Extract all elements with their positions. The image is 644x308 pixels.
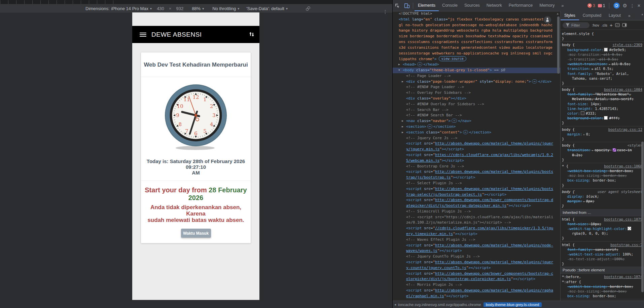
dom-tree-line[interactable]: <script src="//cdnjs.cloudflare.com/ajax… bbox=[393, 226, 560, 231]
dom-tree-line[interactable]: <script src="http://absen.deweapp.com/bo… bbox=[393, 271, 560, 277]
css-property[interactable]: font-family: 'Roboto', Arial, bbox=[562, 71, 644, 76]
css-property[interactable]: -moz-box-sizing: border-box; bbox=[562, 173, 644, 178]
css-property[interactable]: background-color:#fff; bbox=[562, 116, 644, 120]
issues-badge[interactable]: 1 bbox=[598, 3, 605, 8]
breadcrumb-ancestor[interactable]: ioncache.svg.inlinesvg.smil.svgclippaths… bbox=[398, 303, 481, 307]
css-property[interactable]: font-size: 10px; bbox=[562, 222, 644, 226]
style-source-link[interactable]: bootstrap.css:12 bbox=[608, 127, 642, 132]
elements-scrollbar[interactable]: ▲ bbox=[557, 11, 560, 301]
style-rule[interactable]: bootstrap.css:1084body {font-family: "He… bbox=[561, 86, 644, 126]
styles-more-tabs-icon[interactable]: » bbox=[624, 11, 634, 20]
css-property[interactable]: -webkit-transition:▸all 0.5s; bbox=[562, 62, 644, 66]
zoom-select[interactable]: 88% bbox=[192, 6, 201, 11]
tab-console[interactable]: Console bbox=[439, 0, 461, 10]
dom-tree-line[interactable]: <div class="overlay"></div> bbox=[393, 96, 560, 102]
dom-tree-line[interactable]: ze/0.100.2/js/materialize.min.js"></scri… bbox=[393, 220, 560, 226]
rule-selector[interactable]: bootstrap.css:1068* { bbox=[562, 164, 644, 168]
collapsed-children-icon[interactable]: ⋯ bbox=[417, 62, 422, 66]
device-posture-icon[interactable] bbox=[613, 2, 620, 9]
style-source-link[interactable]: <style> bbox=[628, 143, 642, 148]
tab-elements[interactable]: Elements bbox=[415, 0, 439, 11]
zoom-caret-icon[interactable]: ▾ bbox=[202, 7, 204, 10]
dom-tree-line[interactable]: 5/webcam.min.js"></script> bbox=[393, 158, 560, 164]
tab-performance[interactable]: Performance bbox=[505, 0, 536, 10]
sidebar-tab-styles[interactable]: Styles bbox=[561, 11, 579, 20]
style-rule[interactable]: user agent stylesheetbody {display: bloc… bbox=[561, 189, 644, 209]
dom-tree-line[interactable]: <!-- Select Plugin Js --> bbox=[393, 181, 560, 186]
css-property[interactable]: line-height: 1.42857143; bbox=[562, 106, 644, 111]
dom-tree-line[interactable]: y-countto/jquery.countTo.js"></script> bbox=[393, 265, 560, 271]
dom-tree-line[interactable]: <!-- Bootstrap Core Js --> bbox=[393, 164, 560, 169]
device-toolbar-menu-icon[interactable]: ⋮ bbox=[383, 9, 388, 14]
dom-tree-line[interactable]: trap-select/js/bootstrap-select.js"></sc… bbox=[393, 192, 560, 198]
css-property[interactable]: box-sizing: border-box; bbox=[562, 294, 644, 298]
css-property[interactable]: background-color:#e9e9e9; bbox=[562, 47, 644, 52]
throttling-select[interactable]: No throttling bbox=[212, 6, 236, 11]
dom-tree-line[interactable]: ▶<section>⋯</section> bbox=[393, 124, 560, 130]
style-rule[interactable]: bootstrap.css:7html {font-family: sans-s… bbox=[561, 242, 644, 267]
rule-selector[interactable]: bootstrap.css:1079html { bbox=[562, 217, 644, 222]
css-property-wrap[interactable]: Helvetica, Arial, sans-serif; bbox=[562, 97, 644, 101]
rule-selector[interactable]: style.css:2369body { bbox=[562, 42, 644, 47]
dom-tree-line[interactable]: y/jquery.min.js"></script> bbox=[393, 147, 560, 152]
more-tabs-icon[interactable]: » bbox=[558, 0, 567, 11]
style-rule[interactable]: bootstrap.css:1079html {font-size: 10px;… bbox=[561, 216, 644, 242]
expand-arrow-icon[interactable]: ▶ bbox=[402, 124, 403, 130]
css-property-wrap[interactable]: 0.2s; bbox=[562, 153, 644, 157]
dom-tree-line[interactable]: waves/waves.js"></script> bbox=[393, 248, 560, 254]
dom-tree-line[interactable]: hange history draganddrop websockets rgb… bbox=[393, 28, 560, 34]
dom-tree-line[interactable]: <script src="https://cdnjs.cloudflare.co… bbox=[393, 152, 560, 158]
dom-tree-line[interactable]: <!-- Jquery Core Js --> bbox=[393, 136, 560, 141]
style-source-link[interactable]: user agent stylesheet bbox=[598, 189, 642, 194]
save-data-select[interactable]: 'Save-Data': default bbox=[246, 6, 284, 11]
dom-tree-line[interactable]: ▶<head>⋯</head> bbox=[393, 62, 560, 68]
css-property[interactable]: transition:▸opacity ease-in bbox=[562, 148, 644, 152]
css-property[interactable]: -webkit-text-size-adjust: 100%; bbox=[562, 252, 644, 257]
tab-network[interactable]: Network bbox=[483, 0, 505, 10]
dom-tree-line[interactable]: <!-- #END# Page Loader --> bbox=[393, 84, 560, 90]
styles-filter-input[interactable]: Filter bbox=[563, 22, 589, 28]
dom-tree-line[interactable]: gl no-touch geolocation postmessage no-w… bbox=[393, 23, 560, 28]
swap-vertical-icon[interactable] bbox=[249, 31, 255, 39]
dom-tree-line[interactable]: <script src="http://absen.deweapp.com/ma… bbox=[393, 243, 560, 248]
styles-scrollbar[interactable]: ▲ bbox=[641, 11, 644, 301]
style-source-link[interactable]: bootstrap.css:7 bbox=[610, 242, 642, 247]
css-property[interactable]: -webkit-tap-highlight-color: bbox=[562, 226, 644, 231]
style-rule[interactable]: bootstrap.css:1074*:before,*:after {-web… bbox=[561, 274, 644, 299]
sidebar-tab-layout[interactable]: Layout bbox=[605, 11, 624, 20]
color-swatch[interactable] bbox=[628, 227, 631, 230]
dom-tree-line[interactable]: <script src="http://absen.deweapp.com/ma… bbox=[393, 288, 560, 294]
dom-tree-line[interactable]: atepicker/dist/js/bootstrap-datepicker.m… bbox=[393, 203, 560, 209]
dom-tree-line[interactable]: sessionstorage webworkers no-application… bbox=[393, 51, 560, 56]
dom-tree-line[interactable]: <script src="http://absen.deweapp.com/ma… bbox=[393, 186, 560, 192]
dom-tree-line[interactable]: el/raphael.min.js"></script> bbox=[393, 294, 560, 299]
new-style-rule-button[interactable]: + bbox=[610, 22, 613, 28]
css-property[interactable]: box-sizing: border-box; bbox=[562, 178, 644, 183]
throttling-caret-icon[interactable]: ▾ bbox=[238, 7, 239, 10]
style-source-link[interactable]: bootstrap.css:1079 bbox=[604, 217, 642, 222]
expand-arrow-icon[interactable]: ▶ bbox=[402, 130, 403, 136]
dom-tree-line[interactable]: <!DOCTYPE html> bbox=[393, 11, 560, 17]
collapsed-children-icon[interactable]: ⋯ bbox=[452, 119, 457, 123]
dom-tree-line[interactable]: <html lang="en" class="js flexbox flexbo… bbox=[393, 17, 560, 23]
css-property[interactable]: -webkit-box-sizing: border-box; bbox=[562, 284, 644, 289]
save-data-caret-icon[interactable]: ▾ bbox=[286, 7, 288, 10]
viewport-height-input[interactable]: 932 bbox=[176, 6, 183, 11]
css-property[interactable]: -ms-text-size-adjust: 100%; bbox=[562, 257, 644, 261]
scroll-up-icon[interactable]: ▲ bbox=[557, 12, 559, 15]
collapsed-children-icon[interactable]: ⋯ bbox=[427, 124, 432, 128]
collapsed-children-icon[interactable]: ⋯ bbox=[532, 79, 537, 83]
color-swatch[interactable] bbox=[604, 116, 608, 120]
console-errors-badge[interactable]: ✕ 3 bbox=[587, 3, 595, 8]
style-source-link[interactable]: bootstrap.css:1084 bbox=[604, 87, 642, 92]
rule-selector[interactable]: bootstrap.css:7html { bbox=[562, 242, 644, 247]
css-property[interactable]: display: block; bbox=[562, 194, 644, 199]
toggle-hover-state-button[interactable]: :hov bbox=[592, 23, 599, 27]
rule-selector[interactable]: bootstrap.css:1084body { bbox=[562, 87, 644, 92]
dom-tree-line[interactable]: <!-- Jquery CountTo Plugin Js --> bbox=[393, 254, 560, 260]
css-property-wrap[interactable]: rgba(0, 0, 0, 0); bbox=[562, 231, 644, 236]
dom-tree-line[interactable]: s3d csstransitions fontface generatedcon… bbox=[393, 45, 560, 51]
close-devtools-icon[interactable]: ✕ bbox=[637, 3, 641, 8]
color-swatch[interactable] bbox=[581, 111, 584, 115]
dom-tree-line[interactable]: <!-- Slimscroll Plugin Js --> bbox=[393, 209, 560, 215]
